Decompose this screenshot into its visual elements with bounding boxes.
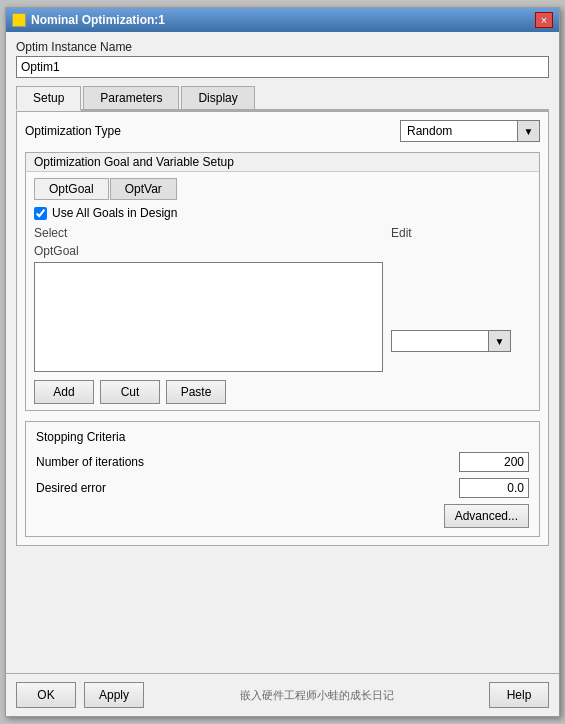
opt-type-arrow: ▼ [517, 121, 539, 141]
use-all-goals-checkbox[interactable] [34, 207, 47, 220]
instance-name-input[interactable] [16, 56, 549, 78]
watermark-text: 嵌入硬件工程师小蛙的成长日记 [240, 689, 394, 701]
tab-parameters[interactable]: Parameters [83, 86, 179, 109]
error-label: Desired error [36, 481, 106, 495]
opt-type-value: Random [401, 124, 517, 138]
stopping-criteria-section: Stopping Criteria Number of iterations D… [25, 421, 540, 537]
iterations-input[interactable] [459, 452, 529, 472]
button-row: Add Cut Paste [34, 380, 383, 404]
edit-select[interactable]: ▼ [391, 330, 511, 352]
opt-type-label: Optimization Type [25, 124, 121, 138]
group-box-title: Optimization Goal and Variable Setup [26, 153, 539, 172]
edit-arrow: ▼ [488, 331, 510, 351]
setup-panel: Optimization Type Random ▼ Optimization … [16, 111, 549, 546]
footer-right: Help [489, 682, 549, 708]
title-bar-left: Nominal Optimization:1 [12, 13, 165, 27]
tab-section: Setup Parameters Display Optimization Ty… [16, 84, 549, 546]
add-button[interactable]: Add [34, 380, 94, 404]
watermark: 嵌入硬件工程师小蛙的成长日记 [144, 688, 489, 703]
error-input[interactable] [459, 478, 529, 498]
title-bar: Nominal Optimization:1 × [6, 8, 559, 32]
opt-type-row: Optimization Type Random ▼ [25, 120, 540, 142]
goal-variable-group: Optimization Goal and Variable Setup Opt… [25, 152, 540, 411]
apply-button[interactable]: Apply [84, 682, 144, 708]
window-icon [12, 13, 26, 27]
edit-label: Edit [391, 226, 412, 240]
tab-setup[interactable]: Setup [16, 86, 81, 111]
use-all-goals-label: Use All Goals in Design [52, 206, 177, 220]
paste-button[interactable]: Paste [166, 380, 226, 404]
iterations-row: Number of iterations [36, 452, 529, 472]
window-title: Nominal Optimization:1 [31, 13, 165, 27]
advanced-row: Advanced... [36, 504, 529, 528]
footer-left: OK Apply [16, 682, 144, 708]
two-col-area: Select OptGoal Add Cut Paste Edit [34, 226, 531, 404]
inner-tab-optgoal[interactable]: OptGoal [34, 178, 109, 200]
use-all-goals-row: Use All Goals in Design [34, 206, 531, 220]
inner-tabs-row: OptGoal OptVar [34, 178, 531, 200]
tabs-row: Setup Parameters Display [16, 86, 549, 111]
instance-name-label: Optim Instance Name [16, 40, 549, 54]
tab-display[interactable]: Display [181, 86, 254, 109]
select-label: Select [34, 226, 383, 240]
iterations-label: Number of iterations [36, 455, 144, 469]
main-window: Nominal Optimization:1 × Optim Instance … [5, 7, 560, 717]
optgoal-list[interactable] [34, 262, 383, 372]
right-col: Edit ▼ [391, 226, 531, 404]
stopping-title: Stopping Criteria [36, 430, 529, 444]
footer: OK Apply 嵌入硬件工程师小蛙的成长日记 Help [6, 673, 559, 716]
opt-type-select[interactable]: Random ▼ [400, 120, 540, 142]
cut-button[interactable]: Cut [100, 380, 160, 404]
ok-button[interactable]: OK [16, 682, 76, 708]
help-button[interactable]: Help [489, 682, 549, 708]
optgoal-label: OptGoal [34, 244, 383, 258]
close-button[interactable]: × [535, 12, 553, 28]
error-row: Desired error [36, 478, 529, 498]
content-area: Optim Instance Name Setup Parameters Dis… [6, 32, 559, 673]
advanced-button[interactable]: Advanced... [444, 504, 529, 528]
instance-name-section: Optim Instance Name [16, 40, 549, 78]
inner-tab-optvar[interactable]: OptVar [110, 178, 177, 200]
left-col: Select OptGoal Add Cut Paste [34, 226, 383, 404]
